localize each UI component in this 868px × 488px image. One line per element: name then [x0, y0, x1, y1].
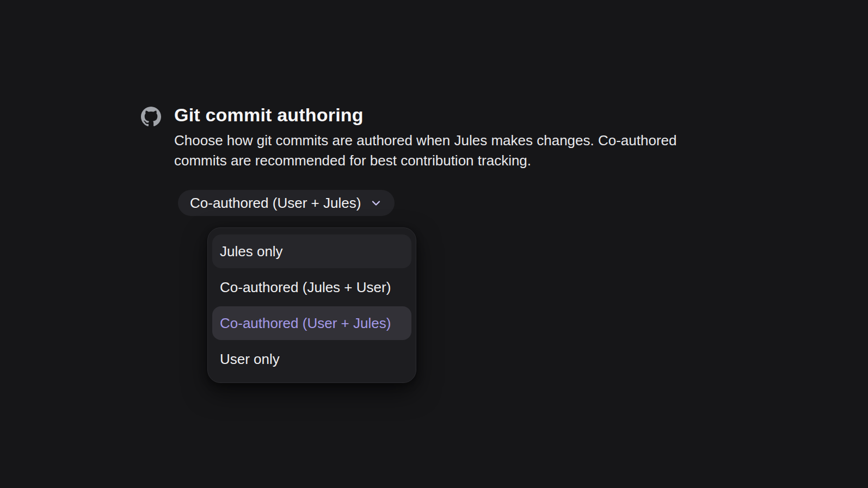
dropdown-option-user-only[interactable]: User only — [212, 342, 411, 376]
commit-authoring-select[interactable]: Co-authored (User + Jules) — [178, 190, 395, 216]
chevron-down-icon — [370, 196, 383, 209]
dropdown-option-jules-only[interactable]: Jules only — [212, 234, 411, 268]
section-description-line1: Choose how git commits are authored when… — [174, 131, 677, 151]
settings-page: Git commit authoring Choose how git comm… — [0, 0, 868, 488]
dropdown-option-co-authored-user-jules[interactable]: Co-authored (User + Jules) — [212, 306, 411, 340]
commit-authoring-dropdown: Jules only Co-authored (Jules + User) Co… — [207, 227, 416, 383]
select-value: Co-authored (User + Jules) — [190, 195, 361, 212]
section-description-line2: commits are recommended for best contrib… — [174, 151, 677, 171]
section-description: Choose how git commits are authored when… — [174, 131, 677, 171]
dropdown-option-co-authored-jules-user[interactable]: Co-authored (Jules + User) — [212, 270, 411, 304]
github-icon — [141, 107, 161, 127]
section-title: Git commit authoring — [174, 103, 364, 126]
